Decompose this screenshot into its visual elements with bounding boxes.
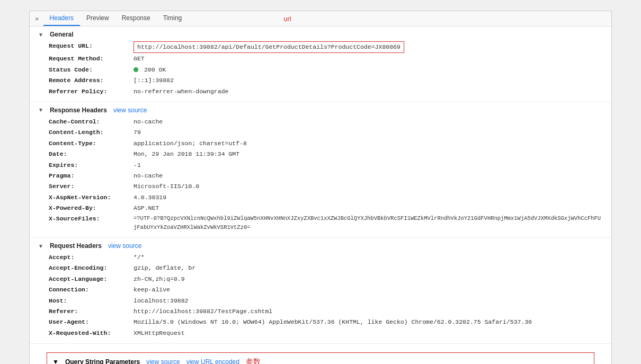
remote-address-label: Remote Address: <box>49 76 133 85</box>
rh-powered-by-label: X-Powered-By: <box>49 203 133 213</box>
request-headers-view-source[interactable]: view source <box>108 242 141 250</box>
rqh-host-value: localhost:39882 <box>133 296 189 306</box>
rqh-x-requested-with-label: X-Requested-With: <box>49 329 133 338</box>
params-annotation-label: 参数 <box>246 357 261 364</box>
rh-aspnet-version-value: 4.0.30319 <box>133 193 166 202</box>
query-string-section-header: ▼ Query String Parameters view source vi… <box>52 357 589 364</box>
rh-cache-control-value: no-cache <box>133 117 163 127</box>
rqh-x-requested-with: X-Requested-With: XMLHttpRequest <box>38 329 603 338</box>
rh-cache-control: Cache-Control: no-cache <box>38 117 603 127</box>
rqh-accept-label: Accept: <box>49 253 133 262</box>
rh-expires-value: -1 <box>133 161 141 170</box>
rh-pragma: Pragma: no-cache <box>38 171 603 181</box>
rh-date: Date: Mon, 29 Jan 2018 11:39:34 GMT <box>38 149 603 159</box>
rqh-accept: Accept: */* <box>38 253 603 262</box>
response-headers-title: Response Headers <box>50 106 107 114</box>
request-method-value: GET <box>133 54 145 64</box>
request-headers-section-header: ▼ Request Headers view source <box>38 242 603 250</box>
rh-content-type-value: application/json; charset=utf-8 <box>133 139 247 148</box>
request-url-label: Request URL: <box>49 41 133 51</box>
rqh-accept-encoding: Accept-Encoding: gzip, deflate, br <box>38 263 603 273</box>
rqh-x-requested-with-value: XMLHttpRequest <box>133 329 185 338</box>
rqh-user-agent: User-Agent: Mozilla/5.0 (Windows NT 10.0… <box>38 317 603 327</box>
rqh-connection-value: keep-alive <box>133 285 170 295</box>
rqh-referer-label: Referer: <box>49 307 133 316</box>
rh-content-type: Content-Type: application/json; charset=… <box>38 139 603 148</box>
rqh-host: Host: localhost:39882 <box>38 296 603 306</box>
referrer-policy-row: Referrer Policy: no-referrer-when-downgr… <box>38 87 603 96</box>
rh-server-label: Server: <box>49 182 133 191</box>
rh-server: Server: Microsoft-IIS/10.0 <box>38 182 603 191</box>
rh-cache-control-label: Cache-Control: <box>49 117 133 127</box>
rh-expires-label: Expires: <box>49 161 133 170</box>
request-method-label: Request Method: <box>49 54 133 64</box>
request-url-row: Request URL: http://localhost:39882/api/… <box>38 41 603 53</box>
tabs-bar: × Headers Preview Response Timing url <box>30 11 611 26</box>
rh-date-label: Date: <box>49 149 133 159</box>
status-code-text: 200 OK <box>144 66 166 73</box>
rqh-user-agent-value: Mozilla/5.0 (Windows NT 10.0; WOW64) App… <box>133 317 532 327</box>
query-string-collapse-icon[interactable]: ▼ <box>52 358 59 364</box>
rh-pragma-value: no-cache <box>133 171 163 181</box>
query-string-view-source[interactable]: view source <box>146 358 180 364</box>
rqh-accept-encoding-label: Accept-Encoding: <box>49 263 133 273</box>
general-collapse-icon[interactable]: ▼ <box>38 32 43 38</box>
rh-powered-by: X-Powered-By: ASP.NET <box>38 203 603 213</box>
request-method-row: Request Method: GET <box>38 54 603 64</box>
response-headers-section-header: ▼ Response Headers view source <box>38 106 603 114</box>
remote-address-row: Remote Address: [::1]:39882 <box>38 76 603 85</box>
rh-content-length-label: Content-Length: <box>49 128 133 137</box>
rh-aspnet-version-label: X-AspNet-Version: <box>49 193 133 202</box>
rqh-accept-encoding-value: gzip, deflate, br <box>133 263 195 273</box>
rqh-accept-language: Accept-Language: zh-CN,zh;q=0.9 <box>38 274 603 284</box>
rqh-referer-value: http://localhost:39882/TestPage.cshtml <box>133 307 272 316</box>
content-area: ▼ General Request URL: http://localhost:… <box>30 26 611 364</box>
rh-source-files-value: =?UTF-8?B?QzpcVXNlcnNcQWxhbl9iZWlqaW5nXH… <box>133 214 603 232</box>
request-url-value: http://localhost:39882/api/Default/GetPr… <box>133 41 404 53</box>
query-string-view-url-encoded[interactable]: view URL encoded <box>186 358 239 364</box>
tab-preview[interactable]: Preview <box>80 11 115 26</box>
tab-response[interactable]: Response <box>115 11 157 26</box>
response-headers-section: ▼ Response Headers view source Cache-Con… <box>30 102 611 238</box>
rqh-accept-language-value: zh-CN,zh;q=0.9 <box>133 274 185 284</box>
close-icon[interactable]: × <box>35 15 39 23</box>
rqh-accept-value: */* <box>133 253 145 262</box>
remote-address-value: [::1]:39882 <box>133 76 174 85</box>
rh-server-value: Microsoft-IIS/10.0 <box>133 182 199 191</box>
request-headers-section: ▼ Request Headers view source Accept: */… <box>30 238 611 344</box>
query-string-wrapper: ▼ Query String Parameters view source vi… <box>30 344 611 364</box>
rh-date-value: Mon, 29 Jan 2018 11:39:34 GMT <box>133 149 239 159</box>
rqh-connection: Connection: keep-alive <box>38 285 603 295</box>
rh-content-length: Content-Length: 79 <box>38 128 603 137</box>
rh-source-files: X-SourceFiles: =?UTF-8?B?QzpcVXNlcnNcQWx… <box>38 214 603 232</box>
rh-source-files-label: X-SourceFiles: <box>49 214 133 224</box>
rh-content-type-label: Content-Type: <box>49 139 133 148</box>
rh-expires: Expires: -1 <box>38 161 603 170</box>
rqh-accept-language-label: Accept-Language: <box>49 274 133 284</box>
rqh-referer: Referer: http://localhost:39882/TestPage… <box>38 307 603 316</box>
rh-content-length-value: 79 <box>133 128 141 137</box>
status-code-row: Status Code: 200 OK <box>38 65 603 75</box>
status-code-label: Status Code: <box>49 65 133 75</box>
response-headers-collapse-icon[interactable]: ▼ <box>38 107 43 113</box>
tab-headers[interactable]: Headers <box>43 11 80 26</box>
general-section: ▼ General Request URL: http://localhost:… <box>30 26 611 102</box>
query-string-title: Query String Parameters <box>65 358 140 364</box>
referrer-policy-value: no-referrer-when-downgrade <box>133 87 228 96</box>
devtools-panel: × Headers Preview Response Timing url ▼ … <box>29 11 612 364</box>
rqh-host-label: Host: <box>49 296 133 306</box>
rh-aspnet-version: X-AspNet-Version: 4.0.30319 <box>38 193 603 202</box>
status-green-dot <box>133 67 138 72</box>
general-title: General <box>50 31 74 38</box>
referrer-policy-label: Referrer Policy: <box>49 87 133 96</box>
tab-timing[interactable]: Timing <box>157 11 189 26</box>
rh-powered-by-value: ASP.NET <box>133 203 159 213</box>
request-headers-title: Request Headers <box>50 242 102 250</box>
status-code-value: 200 OK <box>133 65 166 75</box>
request-headers-collapse-icon[interactable]: ▼ <box>38 243 43 249</box>
rh-pragma-label: Pragma: <box>49 171 133 181</box>
general-section-header: ▼ General <box>38 31 603 38</box>
rqh-user-agent-label: User-Agent: <box>49 317 133 327</box>
response-headers-view-source[interactable]: view source <box>113 106 147 114</box>
url-annotation-label: url <box>283 15 291 23</box>
